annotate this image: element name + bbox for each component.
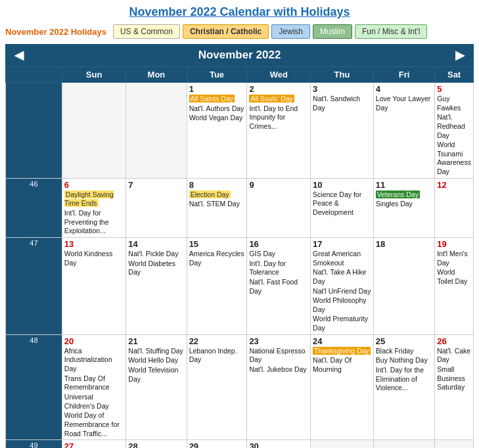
week-row-3: 4820Africa Industrialization DayTrans Da… xyxy=(6,334,474,439)
day-cell: 2All Souls' DayInt'l. Day to End Impunit… xyxy=(247,83,311,179)
header-sun: Sun xyxy=(62,67,125,83)
header-tue: Tue xyxy=(187,67,247,83)
day-number: 8 xyxy=(189,180,245,190)
day-cell: 29Giving TuesdayInt'l. Day of Solidarity… xyxy=(187,440,247,448)
next-month-arrow[interactable]: ▶ xyxy=(455,48,465,62)
event-item: Small Business Saturday xyxy=(437,365,471,392)
event-item: Nat'l. Day Of Mourning xyxy=(313,356,371,374)
event-item: Guy Fawkes xyxy=(437,95,471,112)
event-item: Black Friday xyxy=(376,347,432,356)
day-cell: 28Cyber MondayNat'l. French Toast Day xyxy=(126,440,187,448)
day-cell: 6Daylight Saving Time EndsInt'l. Day for… xyxy=(62,178,125,237)
event-item: Thanksgiving Day xyxy=(313,347,371,356)
day-cell: 23National Espresso DayNat'l. Jukebox Da… xyxy=(247,334,311,439)
event-item: World Kindness Day xyxy=(64,250,124,267)
event-item: Great American Smokeout xyxy=(313,250,371,267)
event-item: All Saints Day xyxy=(189,95,245,104)
day-cell: 8Election DayNat'l. STEM Day xyxy=(187,178,247,237)
day-cell: 27Advent Begins xyxy=(62,440,125,448)
event-item: Nat'l. Sandwich Day xyxy=(313,95,371,112)
holidays-label: November 2022 Holidays xyxy=(5,27,106,37)
event-item: Nat'l. Fast Food Day xyxy=(249,278,308,296)
tab-muslim[interactable]: Muslim xyxy=(313,24,352,39)
day-number: 16 xyxy=(249,239,308,249)
event-item: Universal Children's Day xyxy=(64,393,124,411)
day-cell: 25Black FridayBuy Nothing DayInt'l. Day … xyxy=(373,334,434,439)
event-item: Int'l. Day for Preventing the Exploitati… xyxy=(64,209,124,236)
day-number: 30 xyxy=(249,441,308,448)
day-cell: 24Thanksgiving DayNat'l. Day Of Mourning xyxy=(311,334,374,439)
day-number: 3 xyxy=(313,84,371,94)
day-number: 6 xyxy=(64,180,124,190)
day-number: 20 xyxy=(64,336,124,346)
header-thu: Thu xyxy=(311,67,374,83)
day-number: 17 xyxy=(313,239,371,249)
day-number: 13 xyxy=(64,239,124,249)
event-item: World Tsunami Awareness Day xyxy=(437,141,471,177)
day-cell: 7 xyxy=(126,178,187,237)
calendar-header: ◀ November 2022 ▶ xyxy=(5,44,474,66)
month-title: November 2022 xyxy=(198,49,281,62)
day-cell xyxy=(435,440,474,448)
event-item: Nat'l. STEM Day xyxy=(189,200,245,209)
day-number: 26 xyxy=(437,336,471,346)
week-number-2: 47 xyxy=(6,237,62,334)
day-number: 12 xyxy=(437,180,471,190)
day-number: 21 xyxy=(128,336,184,346)
week-number-1: 46 xyxy=(6,178,62,237)
week-row-1: 466Daylight Saving Time EndsInt'l. Day f… xyxy=(6,178,474,237)
event-item: National Espresso Day xyxy=(249,347,308,365)
event-item: World Toilet Day xyxy=(437,268,471,286)
tab-christian[interactable]: Christian / Catholic xyxy=(183,24,269,39)
calendar-header-row: Sun Mon Tue Wed Thu Fri Sat xyxy=(6,67,474,83)
day-cell: 21Nat'l. Stuffing DayWorld Hello DayWorl… xyxy=(126,334,187,439)
day-cell xyxy=(373,440,434,448)
day-number: 15 xyxy=(189,239,245,249)
calendar-table: Sun Mon Tue Wed Thu Fri Sat 1All Saints … xyxy=(5,66,474,448)
day-number: 10 xyxy=(313,180,371,190)
day-number: 18 xyxy=(376,239,432,249)
day-number: 9 xyxy=(249,180,308,190)
day-cell: 18 xyxy=(373,237,434,334)
day-number: 1 xyxy=(189,84,245,94)
tab-fun[interactable]: Fun / Misc & Int'l xyxy=(355,24,427,39)
event-item: Nat'l. Redhead Day xyxy=(437,113,471,140)
event-item: World Diabetes Day xyxy=(128,259,184,277)
prev-month-arrow[interactable]: ◀ xyxy=(14,48,24,62)
holidays-nav: November 2022 Holidays US & Common Chris… xyxy=(0,22,479,44)
event-item: Daylight Saving Time Ends xyxy=(64,190,124,208)
event-item: World Television Day xyxy=(128,366,184,384)
day-cell: 3Nat'l. Sandwich Day xyxy=(311,83,374,179)
day-cell: 12 xyxy=(435,178,474,237)
header-wed: Wed xyxy=(247,67,311,83)
day-cell: 22Lebanon Indep. Day xyxy=(187,334,247,439)
week-number-3: 48 xyxy=(6,334,62,439)
day-number: 11 xyxy=(376,180,432,190)
event-item: Nat'l. Authors Day xyxy=(189,104,245,114)
event-item: World Philosophy Day xyxy=(313,296,371,314)
tab-us-common[interactable]: US & Common xyxy=(113,24,180,39)
event-item: Science Day for Peace & Development xyxy=(313,190,371,217)
day-number: 24 xyxy=(313,336,371,346)
day-number: 25 xyxy=(376,336,432,346)
tab-jewish[interactable]: Jewish xyxy=(271,24,310,39)
day-cell: 1All Saints DayNat'l. Authors DayWorld V… xyxy=(187,83,247,179)
event-item: World Hello Day xyxy=(128,356,184,365)
day-number: 22 xyxy=(189,336,245,346)
day-number: 28 xyxy=(128,441,184,448)
event-item: Buy Nothing Day xyxy=(376,356,432,365)
event-item: Nat'l. Take A Hike Day xyxy=(313,268,371,286)
event-item: Nat'l UnFriend Day xyxy=(313,287,371,296)
day-cell: 26Nat'l. Cake DaySmall Business Saturday xyxy=(435,334,474,439)
day-cell: 4Love Your Lawyer Day xyxy=(373,83,434,179)
week-number-4: 49 xyxy=(6,440,62,448)
day-cell: 30St AndrewRemembrance Victims of Chem. … xyxy=(247,440,311,448)
day-number: 2 xyxy=(249,84,308,94)
event-item: Lebanon Indep. Day xyxy=(189,347,245,365)
day-number: 19 xyxy=(437,239,471,249)
event-item: Nat'l. Pickle Day xyxy=(128,250,184,259)
day-cell: 5Guy FawkesNat'l. Redhead DayWorld Tsuna… xyxy=(435,83,474,179)
day-cell: 19Int'l Men's DayWorld Toilet Day xyxy=(435,237,474,334)
event-item: America Recycles Day xyxy=(189,250,245,267)
day-cell: 16GIS DayInt'l. Day for ToleranceNat'l. … xyxy=(247,237,311,334)
